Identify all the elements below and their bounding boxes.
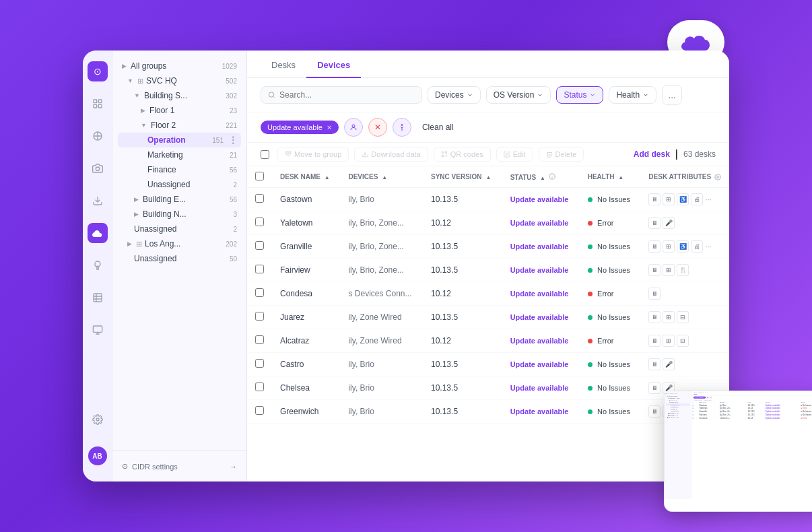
cidr-settings-link[interactable]: ⊙ CIDR settings → [118, 459, 241, 473]
health-dot-icon [588, 362, 593, 367]
sidebar-item-floor1[interactable]: ▶ Floor 1 23 [118, 103, 241, 118]
sidebar-item-building-e[interactable]: ▶ Building E... 56 [118, 192, 241, 207]
tab-desks[interactable]: Desks [261, 51, 306, 78]
layers-icon[interactable] [88, 94, 108, 114]
row-checkbox[interactable] [255, 406, 264, 415]
filter-icon-1[interactable] [344, 118, 363, 137]
avatar[interactable]: AB [88, 446, 107, 465]
row-checkbox[interactable] [255, 218, 264, 226]
svg-point-11 [352, 125, 355, 127]
filter-close-icon[interactable]: ✕ [368, 118, 387, 137]
status-filter[interactable]: Status [556, 86, 603, 104]
sidebar-item-unassigned1[interactable]: Unassigned 2 [118, 177, 241, 192]
devices-cell: ily, Brio, Zone... [340, 211, 423, 235]
row-checkbox[interactable] [255, 312, 264, 321]
cloud-nav-icon[interactable] [88, 223, 108, 243]
status-cell: Update available [502, 211, 580, 235]
operation-menu-icon[interactable]: ⋮ [229, 135, 237, 145]
move-to-group-button[interactable]: Move to group [277, 147, 349, 162]
delete-label: Delete [555, 150, 577, 158]
camera-icon[interactable] [88, 158, 108, 178]
unassigned3-label: Unassigned [134, 254, 176, 263]
clean-all-button[interactable]: Clean all [417, 120, 459, 135]
download-icon[interactable] [88, 191, 108, 211]
desk-attributes-cell: 🖥 [640, 282, 729, 306]
desk-icons-group: 🖥 🎤 [648, 358, 721, 370]
delete-button[interactable]: Delete [539, 147, 584, 162]
move-icon [285, 151, 292, 158]
devices-filter[interactable]: Devices [428, 86, 481, 104]
os-version-filter[interactable]: OS Version [486, 86, 551, 104]
sidebar-item-losang[interactable]: ▶ ⊞ Los Ang... 202 [118, 236, 241, 251]
edit-button[interactable]: Edit [496, 147, 533, 162]
accessibility-filter-icon[interactable] [393, 118, 411, 137]
row-checkbox[interactable] [255, 194, 264, 203]
add-desk-button[interactable]: Add desk [634, 149, 670, 159]
row-checkbox[interactable] [255, 335, 264, 344]
update-available-chip[interactable]: Update available ✕ [261, 121, 339, 134]
svg-point-9 [96, 418, 99, 421]
home-icon[interactable]: ⊙ [88, 61, 108, 81]
desk-attributes-cell: 🖥 🎤 [640, 211, 729, 235]
header-checkbox[interactable] [255, 172, 264, 180]
status-info-icon [549, 173, 555, 180]
sidebar-item-unassigned3[interactable]: Unassigned 50 [118, 251, 241, 266]
qr-codes-button[interactable]: QR codes [434, 147, 491, 162]
settings-icon[interactable] [88, 410, 107, 429]
chevron-down-devices-icon [467, 92, 473, 98]
grid-icon[interactable] [88, 126, 108, 146]
tab-devices[interactable]: Devices [306, 51, 361, 78]
col-sync-version: SYNC VERSION ▲ [423, 166, 502, 188]
sidebar-item-building-s[interactable]: ▼ Building S... 302 [118, 88, 241, 103]
desk-name-cell: Gastown [272, 188, 340, 211]
sidebar-item-all-groups[interactable]: ▶ All groups 1029 [118, 59, 241, 73]
search-input[interactable] [279, 90, 415, 100]
chip-close-icon[interactable]: ✕ [327, 124, 332, 131]
chip-label: Update available [267, 123, 323, 131]
health-filter[interactable]: Health [609, 86, 656, 104]
row-checkbox[interactable] [255, 359, 264, 368]
more-filters-button[interactable]: ... [662, 85, 682, 105]
row-checkbox[interactable] [255, 288, 264, 297]
devices-cell: ily, Brio [340, 400, 423, 424]
main-content: Desks Devices Devices OS Version Status [247, 51, 729, 481]
access-desk-icon: ♿ [677, 240, 689, 253]
sidebar-item-floor2[interactable]: ▼ Floor 2 221 [118, 118, 241, 133]
health-dot-icon [588, 197, 593, 202]
sidebar-item-operation[interactable]: Operation 151 ⋮ [118, 133, 241, 147]
health-cell: No Issues [580, 235, 641, 259]
dining-desk-icon: 🍴 [677, 264, 689, 276]
sidebar-item-building-n[interactable]: ▶ Building N... 3 [118, 207, 241, 222]
desk-name-cell: Chelsea [272, 376, 340, 400]
more-icons[interactable]: ··· [705, 242, 711, 251]
desk-attributes-cell: 🖥 ⊞ ⊟ [640, 306, 729, 329]
sidebar-item-svc-hq[interactable]: ▼ ⊞ SVC HQ 502 [118, 73, 241, 88]
bulb-icon[interactable] [88, 255, 108, 275]
thumbnail-preview: ▶ All groups 1029 ▼ ⊞ SVC HQ 502 ▼ Build… [664, 391, 812, 512]
monitor-desk-icon: 🖥 [648, 193, 661, 205]
floor1-count: 23 [230, 107, 237, 114]
desk-attributes-cell: 🖥 ⊞ ⊟ [640, 329, 729, 353]
row-checkbox[interactable] [255, 265, 264, 273]
sidebar-item-finance[interactable]: Finance 56 [118, 162, 241, 177]
building-e-count: 56 [230, 196, 237, 203]
table-container: DESK NAME ▲ DEVICES ▲ SYNC VERSION ▲ STA… [247, 166, 729, 481]
svg-rect-13 [285, 152, 287, 154]
desk-icons-group: 🖥 ⊞ ♿ 🖨 ··· [648, 193, 721, 205]
more-icons[interactable]: ··· [705, 195, 711, 203]
row-checkbox[interactable] [255, 383, 264, 391]
svg-point-5 [96, 167, 99, 170]
svg-point-22 [717, 176, 719, 178]
search-box[interactable] [261, 86, 422, 104]
col-health: HEALTH ▲ [580, 166, 641, 188]
select-all-checkbox[interactable] [261, 150, 269, 159]
desk-attributes-cell: 🖥 ⊞ 🍴 [640, 259, 729, 282]
building-s-count: 302 [226, 92, 237, 100]
attributes-settings-icon[interactable] [714, 174, 721, 180]
table-icon[interactable] [88, 288, 108, 308]
sidebar-item-unassigned2[interactable]: Unassigned 2 [118, 222, 241, 236]
sidebar-item-marketing[interactable]: Marketing 21 [118, 147, 241, 162]
row-checkbox[interactable] [255, 241, 264, 250]
download-data-button[interactable]: Download data [354, 147, 428, 162]
monitor-icon[interactable] [88, 320, 108, 340]
